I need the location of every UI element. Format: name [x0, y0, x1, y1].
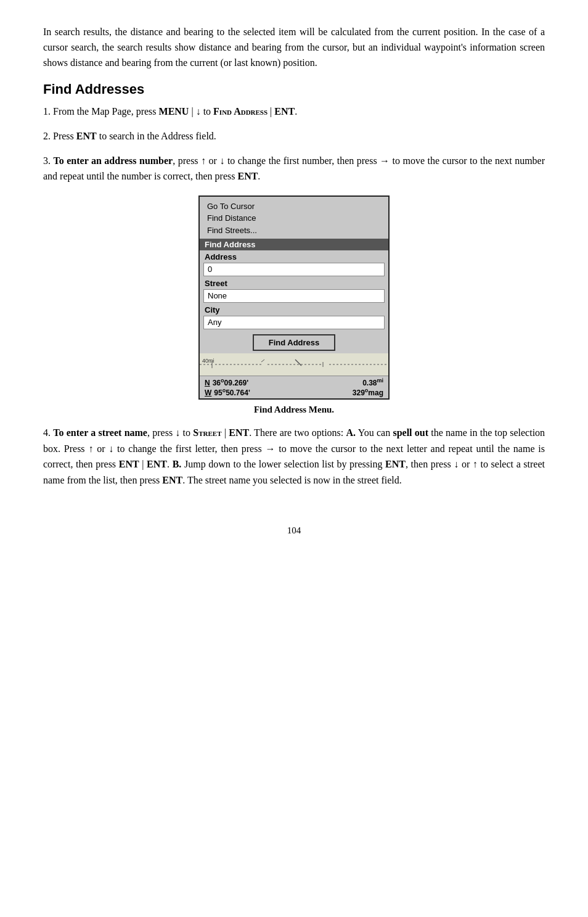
- svg-line-5: [261, 360, 264, 362]
- step4-ent4: ENT: [385, 459, 406, 469]
- coords-right: 0.38mi 329omag: [353, 377, 383, 397]
- menu-item-find-distance: Find Distance: [207, 212, 381, 224]
- step4-ent5: ENT: [162, 475, 182, 485]
- step1-find-address: Find Address: [213, 106, 267, 117]
- coord-n: N 36o09.269': [205, 377, 250, 387]
- figure-caption: Find Address Menu.: [43, 405, 545, 415]
- step-1: 1. From the Map Page, press MENU | ↓ to …: [43, 104, 545, 120]
- step4-street: Street: [193, 427, 221, 438]
- menu-item-find-streets: Find Streets...: [207, 224, 381, 237]
- step4-spell-out: spell out: [393, 427, 428, 438]
- step4-pipe2: |: [139, 459, 147, 469]
- find-address-bar: Find Address: [200, 239, 388, 250]
- step1-ent: ENT: [274, 106, 295, 117]
- device-screen: Go To Cursor Find Distance Find Streets.…: [198, 195, 390, 400]
- street-value: None: [203, 289, 385, 303]
- step4-b: B.: [173, 459, 182, 469]
- coord-bearing-val: 329omag: [353, 387, 383, 397]
- step4-ent3: ENT: [147, 459, 167, 469]
- intro-paragraph: In search results, the distance and bear…: [43, 25, 545, 70]
- city-value: Any: [203, 316, 385, 329]
- coord-w-dir: W: [205, 389, 211, 397]
- device-image: Go To Cursor Find Distance Find Streets.…: [189, 195, 399, 400]
- step4-text6: Jump down to the lower selection list by…: [181, 459, 385, 469]
- map-svg: 40mi: [200, 353, 388, 376]
- step4-bold: To enter a street name: [53, 427, 147, 438]
- street-label: Street: [200, 277, 388, 289]
- step-2: 2. Press ENT to search in the Address fi…: [43, 128, 545, 144]
- find-address-button[interactable]: Find Address: [253, 334, 336, 351]
- step4-text2: . There are two options:: [249, 427, 346, 438]
- coords-row: N 36o09.269' W 95o50.764' 0.38mi 329omag: [200, 376, 388, 398]
- step3-suffix: .: [258, 171, 260, 181]
- address-label: Address: [200, 250, 388, 262]
- address-value: 0: [203, 263, 385, 276]
- find-button-row: Find Address: [200, 334, 388, 351]
- coord-dist: 0.38mi: [362, 377, 383, 387]
- step3-ent: ENT: [237, 171, 258, 181]
- step-3: 3. To enter an address number, press ↑ o…: [43, 153, 545, 184]
- step4-ent1: ENT: [229, 427, 249, 438]
- coord-n-val: 36o09.269': [213, 377, 248, 387]
- address-section: Address 0: [200, 250, 388, 276]
- step2-suffix: to search in the Address field.: [97, 131, 216, 141]
- coord-w-val: 95o50.764': [214, 387, 250, 397]
- step1-prefix: 1. From the Map Page, press: [43, 106, 159, 117]
- svg-text:40mi: 40mi: [202, 358, 214, 364]
- city-section: City Any: [200, 303, 388, 329]
- map-area: 40mi: [200, 353, 388, 376]
- step4-text5: .: [167, 459, 173, 469]
- menu-section: Go To Cursor Find Distance Find Streets.…: [200, 197, 388, 239]
- step2-prefix: 2. Press: [43, 131, 76, 141]
- step1-menu-key: MENU: [159, 106, 189, 117]
- page-number: 104: [43, 525, 545, 536]
- step4-text3: You can: [356, 427, 393, 438]
- step1-pipe1: | ↓ to: [189, 106, 213, 117]
- step4-text8: . The street name you selected is now in…: [182, 475, 402, 485]
- step4-text1: , press ↓ to: [147, 427, 193, 438]
- step4-a: A.: [346, 427, 356, 438]
- city-label: City: [200, 303, 388, 315]
- street-section: Street None: [200, 277, 388, 303]
- step3-bold: To enter an address number: [54, 155, 173, 166]
- step1-pipe2: |: [267, 106, 274, 117]
- section-title: Find Addresses: [43, 81, 545, 97]
- coord-dist-val: 0.38mi: [362, 377, 383, 387]
- coord-n-dir: N: [205, 379, 210, 387]
- step-4: 4. To enter a street name, press ↓ to St…: [43, 425, 545, 488]
- menu-item-go-to-cursor: Go To Cursor: [207, 200, 381, 213]
- step4-ent2: ENT: [119, 459, 139, 469]
- step1-suffix: .: [295, 106, 297, 117]
- step2-ent: ENT: [76, 131, 97, 141]
- coords-left: N 36o09.269' W 95o50.764': [205, 377, 250, 397]
- step4-pipe: |: [222, 427, 229, 438]
- coord-w: W 95o50.764': [205, 387, 250, 397]
- coord-bearing: 329omag: [353, 387, 383, 397]
